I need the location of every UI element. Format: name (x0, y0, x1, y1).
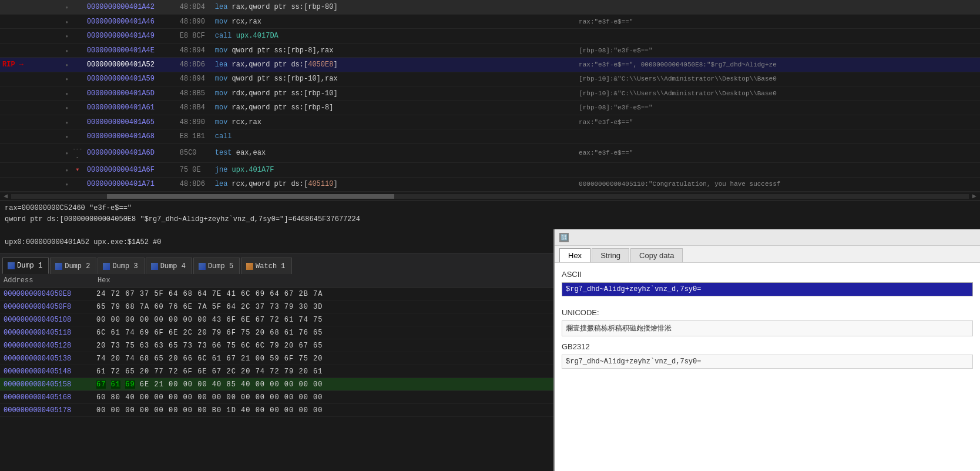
scroll-left-arrow[interactable]: ◀ (2, 192, 9, 200)
main-layout: ●0000000000401A4248:8D4lea rax,qword ptr… (0, 0, 980, 471)
disasm-address[interactable]: 0000000000401A6F (83, 163, 177, 177)
disasm-area: ●0000000000401A4248:8D4lea rax,qword ptr… (0, 0, 980, 200)
dump-row-addr: 0000000000405148 (0, 368, 94, 376)
ascii-label: ASCII (562, 270, 973, 279)
disasm-row[interactable]: ●0000000000401A4648:890mov rcx,raxrax:"e… (0, 14, 980, 28)
bottom-layout: Dump 1Dump 2Dump 3Dump 4Dump 5Watch 1 Ad… (0, 253, 980, 471)
disasm-instr: mov qword ptr ss:[rbp-8],rax (213, 43, 574, 57)
disasm-table: ●0000000000401A4248:8D4lea rax,qword ptr… (0, 0, 980, 192)
dump-row-addr: 0000000000405138 (0, 355, 94, 363)
dump-col-address: Address (0, 275, 94, 286)
disasm-address[interactable]: 0000000000401A52 (83, 58, 177, 72)
disasm-instr: test eax,eax (213, 143, 574, 162)
dump-row-addr: 00000000004050F8 (0, 303, 94, 311)
dump-row-addr: 0000000000405118 (0, 329, 94, 337)
tab-dump-1[interactable]: Dump 1 (2, 258, 49, 274)
rpanel-tab-hex[interactable]: Hex (559, 253, 590, 262)
disasm-row[interactable]: ●0000000000401A6548:890mov rcx,raxrax:"e… (0, 115, 980, 129)
disasm-address[interactable]: 0000000000401A42 (83, 0, 177, 14)
disasm-scrollbar[interactable]: ◀ ▶ (0, 192, 980, 200)
disasm-instr: call (213, 129, 574, 143)
disasm-address[interactable]: 0000000000401A46 (83, 14, 177, 28)
dump-tab-icon (8, 262, 15, 269)
watch-tab-icon (246, 263, 253, 270)
tab-dump-4[interactable]: Dump 4 (146, 258, 192, 274)
right-panel: 🔢 HexStringCopy data ASCII UNICODE: 爛壹搜撅… (553, 253, 980, 471)
dump-tab-icon (55, 263, 62, 270)
disasm-row[interactable]: ●0000000000401A5948:894mov qword ptr ss:… (0, 72, 980, 86)
unicode-section: UNICODE: 爛壹搜撅稿栋柝稿积磁皰搂燴悱淞 (562, 308, 973, 336)
disasm-address[interactable]: 0000000000401A65 (83, 115, 177, 129)
info-line-2: qword ptr ds:[000000000004050E8 "$rg7_dh… (5, 214, 975, 225)
rpanel-tab-string[interactable]: String (592, 253, 629, 262)
tab-dump-3[interactable]: Dump 3 (98, 258, 144, 274)
unicode-value: 爛壹搜撅稿栋柝稿积磁皰搂燴悱淞 (562, 320, 973, 336)
gb2312-label: GB2312 (562, 342, 973, 351)
disasm-row[interactable]: ●▾0000000000401A6F75 0Ejne upx.401A7F (0, 163, 980, 177)
disasm-address[interactable]: 0000000000401A49 (83, 29, 177, 43)
scroll-thumb[interactable] (107, 194, 394, 199)
unicode-label: UNICODE: (562, 308, 973, 317)
disasm-instr: lea rcx,qword ptr ds:[405110] (213, 177, 574, 191)
disasm-address[interactable]: 0000000000401A59 (83, 72, 177, 86)
disasm-row[interactable]: RIP →●0000000000401A5248:8D6lea rax,qwor… (0, 58, 980, 72)
dump-row-addr: 0000000000405108 (0, 316, 94, 324)
tab-dump-5[interactable]: Dump 5 (193, 258, 240, 274)
dump-row-addr: 00000000004050E8 (0, 290, 94, 298)
disasm-instr: lea rax,qword ptr ss:[rbp-80] (213, 0, 574, 14)
dump-row-addr: 0000000000405168 (0, 393, 94, 402)
disasm-address[interactable]: 0000000000401A6D (83, 143, 177, 162)
dump-row-addr: 0000000000405178 (0, 406, 94, 415)
disasm-instr: jne upx.401A7F (213, 163, 574, 177)
disasm-instr: mov rax,qword ptr ss:[rbp-8] (213, 101, 574, 115)
ascii-input[interactable] (562, 282, 973, 296)
disasm-row[interactable]: ●----0000000000401A6D85C0test eax,eaxeax… (0, 143, 980, 162)
disasm-instr: mov rcx,rax (213, 115, 574, 129)
disasm-row[interactable]: ●0000000000401A4E48:894mov qword ptr ss:… (0, 43, 980, 57)
scroll-right-arrow[interactable]: ▶ (971, 192, 978, 200)
rpanel-tab-copy-data[interactable]: Copy data (630, 253, 683, 262)
disasm-row[interactable]: ●0000000000401A7148:8D6lea rcx,qword ptr… (0, 177, 980, 191)
disasm-address[interactable]: 0000000000401A71 (83, 177, 177, 191)
info-line-1: rax=000000000C52460 "e3f-e$==" (5, 203, 975, 214)
disasm-row[interactable]: ●0000000000401A49E8 8CFcall upx.4017DA (0, 29, 980, 43)
gb2312-value: $rg7_dhd~Alidg+zeyhz`vnz_d,7sy0= (562, 355, 973, 369)
disasm-address[interactable]: 0000000000401A61 (83, 101, 177, 115)
dump-tab-icon (151, 263, 158, 270)
disasm-instr: mov qword ptr ss:[rbp-10],rax (213, 72, 574, 86)
disasm-row[interactable]: ●0000000000401A68E8 1B1call (0, 129, 980, 143)
right-panel-tabs: HexStringCopy data (555, 253, 980, 263)
disasm-row[interactable]: ●0000000000401A6148:8B4mov rax,qword ptr… (0, 101, 980, 115)
tab-dump-2[interactable]: Dump 2 (50, 258, 96, 274)
scroll-track[interactable] (11, 194, 969, 199)
gb2312-section: GB2312 $rg7_dhd~Alidg+zeyhz`vnz_d,7sy0= (562, 342, 973, 369)
disasm-instr: lea rax,qword ptr ds:[4050E8] (213, 58, 574, 72)
dump-tab-icon (199, 263, 206, 270)
tab-watch-1[interactable]: Watch 1 (241, 258, 291, 274)
dump-row-addr: 0000000000405158 (0, 380, 94, 389)
disasm-instr: mov rcx,rax (213, 14, 574, 28)
right-panel-content: ASCII UNICODE: 爛壹搜撅稿栋柝稿积磁皰搂燴悱淞 GB2312 $r… (555, 263, 980, 471)
disasm-instr: call upx.4017DA (213, 29, 574, 43)
disasm-row[interactable]: ●0000000000401A5D48:8B5mov rdx,qword ptr… (0, 86, 980, 101)
disasm-address[interactable]: 0000000000401A5D (83, 86, 177, 101)
ascii-section: ASCII (562, 270, 973, 302)
disasm-address[interactable]: 0000000000401A68 (83, 129, 177, 143)
disasm-address[interactable]: 0000000000401A4E (83, 43, 177, 57)
dump-row-addr: 0000000000405128 (0, 342, 94, 350)
disasm-row[interactable]: ●0000000000401A4248:8D4lea rax,qword ptr… (0, 0, 980, 14)
dump-tab-icon (103, 263, 110, 270)
disasm-instr: mov rdx,qword ptr ss:[rbp-10] (213, 86, 574, 101)
